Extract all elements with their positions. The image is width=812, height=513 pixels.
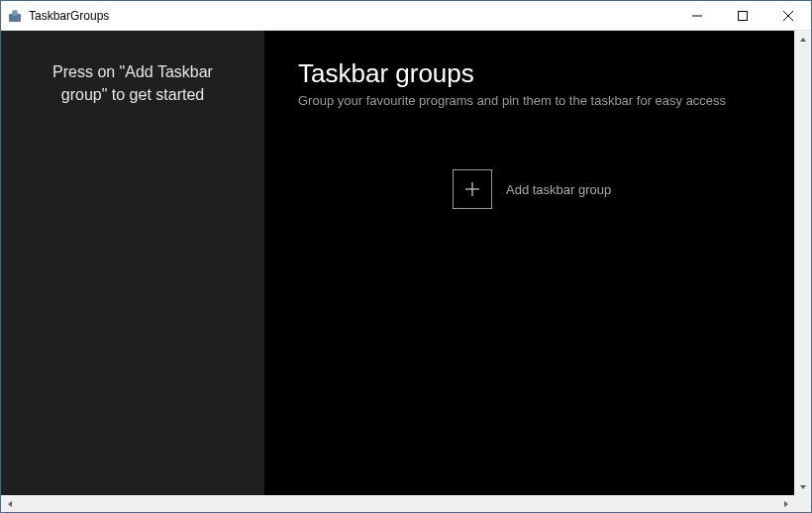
- svg-marker-9: [800, 485, 806, 489]
- app-window: TaskbarGroups Press on "Add Taskbar grou…: [0, 0, 812, 513]
- main-area: Taskbar groups Group your favourite prog…: [264, 31, 794, 495]
- svg-rect-3: [739, 11, 748, 20]
- scroll-right-button[interactable]: [777, 495, 794, 512]
- vertical-scrollbar[interactable]: [794, 31, 811, 495]
- horizontal-scroll-track[interactable]: [18, 495, 777, 512]
- sidebar-hint-line2: group" to get started: [21, 83, 245, 106]
- minimize-button[interactable]: [674, 1, 720, 30]
- window-title: TaskbarGroups: [29, 9, 674, 23]
- vertical-scroll-track[interactable]: [794, 48, 811, 478]
- svg-point-1: [12, 10, 18, 16]
- sidebar: Press on "Add Taskbar group" to get star…: [1, 31, 264, 495]
- page-title: Taskbar groups: [298, 58, 761, 89]
- sidebar-hint-line1: Press on "Add Taskbar: [21, 60, 245, 83]
- content-wrapper: Press on "Add Taskbar group" to get star…: [1, 31, 794, 495]
- scroll-up-button[interactable]: [794, 31, 811, 48]
- app-body: Press on "Add Taskbar group" to get star…: [1, 31, 811, 512]
- svg-marker-11: [784, 501, 788, 507]
- maximize-button[interactable]: [720, 1, 765, 30]
- plus-icon: [453, 169, 492, 209]
- app-icon: [7, 8, 23, 24]
- svg-marker-10: [8, 501, 12, 507]
- titlebar: TaskbarGroups: [1, 1, 811, 31]
- add-taskbar-group-label: Add taskbar group: [506, 182, 611, 197]
- window-controls: [674, 1, 811, 30]
- close-button[interactable]: [765, 1, 811, 30]
- svg-marker-8: [800, 38, 806, 42]
- horizontal-scrollbar[interactable]: [1, 495, 794, 512]
- scroll-corner: [794, 495, 811, 512]
- add-taskbar-group-button[interactable]: Add taskbar group: [453, 169, 611, 209]
- scroll-down-button[interactable]: [794, 478, 811, 495]
- page-subtitle: Group your favourite programs and pin th…: [298, 93, 761, 108]
- scroll-left-button[interactable]: [1, 495, 18, 512]
